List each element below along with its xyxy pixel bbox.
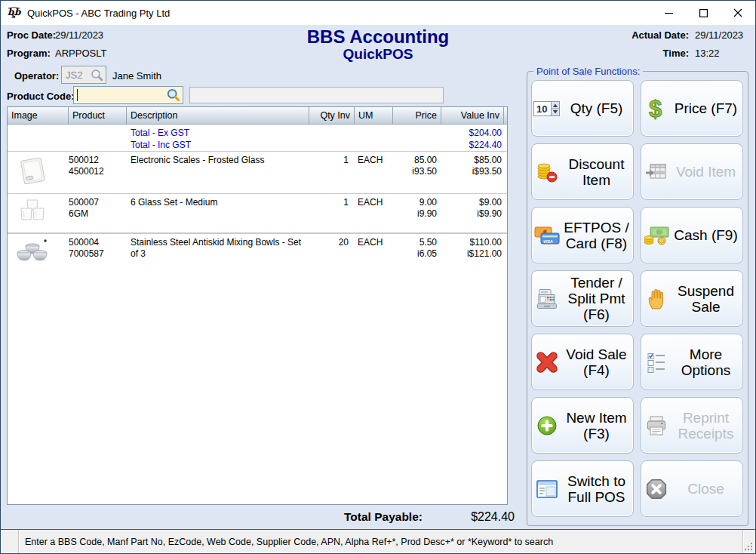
status-message: Enter a BBS Code, Manf Part No, EzCode, … bbox=[19, 530, 743, 553]
close-window-button[interactable] bbox=[721, 1, 755, 25]
operator-code-input[interactable]: JS2 bbox=[61, 66, 106, 84]
total-inc-gst-value: $224.40 bbox=[441, 139, 504, 151]
minimize-button[interactable] bbox=[651, 1, 686, 25]
qty-inv: 20 bbox=[309, 237, 355, 272]
suspend-hand-icon bbox=[641, 288, 671, 310]
proc-date-value: 29/11/2023 bbox=[55, 29, 103, 41]
pos-functions-panel: Point of Sale Functions: 10 Qty (F5) bbox=[527, 66, 748, 526]
svg-text:VISA: VISA bbox=[543, 239, 553, 243]
product-code: 500012 bbox=[69, 155, 127, 166]
title-bar: b s b QuickPOS - ABC Trading Pty Ltd bbox=[1, 1, 755, 25]
minimize-icon bbox=[665, 9, 673, 17]
proc-date-label: Proc Date: bbox=[7, 29, 56, 41]
actual-date-value: 29/11/2023 bbox=[695, 29, 743, 41]
total-inc-gst-label: Total - Inc GST bbox=[127, 139, 309, 151]
product-image-mixing-bowls bbox=[15, 237, 50, 269]
pos-button-reprint-receipts: Reprint Receipts bbox=[641, 397, 743, 454]
resize-grip[interactable] bbox=[744, 542, 754, 552]
product-description-field bbox=[189, 87, 444, 103]
operator-search-icon[interactable] bbox=[91, 69, 103, 82]
product-image-electronic-scales bbox=[15, 155, 50, 188]
void-item-grid-icon bbox=[641, 162, 671, 183]
value-ex-gst: $9.00 bbox=[441, 197, 502, 208]
status-panel-left bbox=[1, 530, 19, 553]
price-ex-gst: 5.50 bbox=[393, 237, 437, 248]
product-search-icon[interactable] bbox=[167, 88, 180, 102]
product-code: 500004 bbox=[69, 237, 127, 248]
total-ex-gst-value: $204.00 bbox=[441, 127, 504, 139]
product-alt-code: 4500012 bbox=[69, 166, 127, 177]
table-row[interactable]: 500007 6GM 6 Glass Set - Medium 1 EACH 9… bbox=[8, 193, 507, 233]
unit-of-measure: EACH bbox=[355, 197, 393, 230]
price-inc-gst: i9.90 bbox=[393, 208, 437, 220]
product-description: Electronic Scales - Frosted Glass bbox=[127, 155, 309, 191]
value-inc-gst: i$93.50 bbox=[441, 166, 502, 177]
time-label: Time: bbox=[621, 48, 689, 59]
product-code-label: Product Code: bbox=[7, 91, 75, 102]
pos-button-more-options[interactable]: More Options bbox=[641, 334, 743, 390]
payment-cards-icon: VISA bbox=[532, 225, 562, 246]
actual-date-label: Actual Date: bbox=[621, 29, 689, 41]
cash-icon bbox=[641, 225, 671, 246]
new-item-plus-icon bbox=[532, 415, 562, 436]
text-caret bbox=[77, 89, 78, 101]
unit-of-measure: EACH bbox=[355, 237, 393, 272]
total-ex-gst-label: Total - Ex GST bbox=[127, 127, 309, 139]
svg-text:b: b bbox=[14, 7, 22, 17]
value-inc-gst: i$121.00 bbox=[441, 248, 502, 260]
close-octagon-icon bbox=[641, 478, 671, 500]
total-payable-label: Total Payable: bbox=[344, 510, 423, 524]
pos-button-new-item[interactable]: New Item (F3) bbox=[531, 397, 634, 454]
product-alt-code: 7000587 bbox=[69, 248, 127, 260]
totals-block: Total - Ex GST $204.00 Total - Inc GST $… bbox=[8, 125, 507, 151]
quickpos-window: b s b QuickPOS - ABC Trading Pty Ltd Pro… bbox=[0, 0, 756, 554]
more-options-checklist-icon bbox=[641, 352, 671, 373]
col-header-description: Description bbox=[127, 107, 309, 124]
status-bar: Enter a BBS Code, Manf Part No, EzCode, … bbox=[1, 529, 755, 553]
product-description: 6 Glass Set - Medium bbox=[127, 197, 309, 230]
pos-button-suspend-sale[interactable]: Suspend Sale bbox=[641, 270, 743, 327]
value-ex-gst: $110.00 bbox=[441, 237, 502, 248]
value-inc-gst: i$9.90 bbox=[441, 208, 502, 220]
col-header-product: Product bbox=[69, 107, 127, 124]
pos-button-price[interactable]: $ Price (F7) bbox=[641, 80, 743, 137]
table-row[interactable]: 500004 7000587 Stainless Steel Antiskid … bbox=[8, 233, 507, 274]
pos-button-void-item: Void Item bbox=[641, 143, 743, 200]
maximize-icon bbox=[699, 9, 708, 17]
pos-button-qty[interactable]: 10 Qty (F5) bbox=[531, 80, 634, 137]
maximize-button[interactable] bbox=[686, 1, 721, 25]
program-label: Program: bbox=[7, 48, 51, 59]
total-payable-value: $224.40 bbox=[450, 510, 515, 524]
pos-button-cash[interactable]: Cash (F9) bbox=[641, 207, 743, 263]
table-header: Image Product Description Qty Inv UM Pri… bbox=[8, 107, 507, 125]
svg-text:10: 10 bbox=[536, 103, 547, 115]
price-inc-gst: i93.50 bbox=[393, 166, 437, 177]
pos-functions-legend: Point of Sale Functions: bbox=[533, 66, 643, 77]
product-code-input[interactable] bbox=[73, 86, 183, 104]
price-ex-gst: 85.00 bbox=[393, 155, 437, 166]
col-header-filler bbox=[504, 107, 512, 124]
cash-register-icon bbox=[532, 288, 562, 310]
pos-button-discount-item[interactable]: Discount Item bbox=[531, 143, 634, 200]
items-table: Image Product Description Qty Inv UM Pri… bbox=[7, 106, 508, 505]
value-ex-gst: $85.00 bbox=[441, 155, 502, 166]
pos-button-eftpos-card[interactable]: VISA EFTPOS / Card (F8) bbox=[531, 207, 634, 263]
window-title: QuickPOS - ABC Trading Pty Ltd bbox=[27, 8, 170, 19]
product-image-glass-set bbox=[15, 197, 50, 227]
pos-button-void-sale[interactable]: Void Sale (F4) bbox=[531, 334, 634, 390]
pos-button-close: Close bbox=[641, 460, 743, 517]
product-alt-code: 6GM bbox=[69, 208, 127, 220]
col-header-um: UM bbox=[355, 107, 393, 124]
price-inc-gst: i6.05 bbox=[393, 248, 437, 260]
pos-button-tender-split[interactable]: Tender / Split Pmt (F6) bbox=[531, 270, 634, 327]
full-pos-window-icon bbox=[532, 479, 562, 499]
col-header-price: Price bbox=[393, 107, 441, 124]
pos-button-switch-full-pos[interactable]: Switch to Full POS bbox=[531, 460, 634, 517]
price-ex-gst: 9.00 bbox=[393, 197, 437, 208]
table-row[interactable]: 500012 4500012 Electronic Scales - Frost… bbox=[8, 151, 507, 193]
col-header-value-inv: Value Inv bbox=[441, 107, 504, 124]
dollar-icon: $ bbox=[641, 97, 671, 121]
printer-icon bbox=[641, 415, 671, 436]
operator-label: Operator: bbox=[14, 70, 59, 82]
operator-code-value: JS2 bbox=[62, 69, 91, 81]
